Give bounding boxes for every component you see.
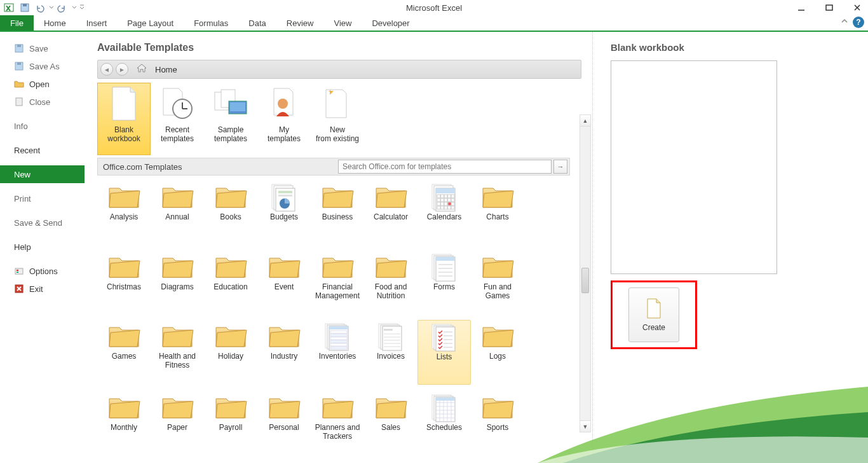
scrollbar[interactable]: ▲ ▼ — [580, 114, 591, 432]
minimize-ribbon-icon[interactable] — [840, 17, 849, 28]
scroll-up-button[interactable]: ▲ — [580, 115, 590, 127]
qat-customize-icon[interactable] — [79, 1, 85, 14]
sidebar-save[interactable]: Save — [0, 39, 85, 57]
category-tile[interactable]: Analysis — [97, 181, 151, 244]
ribbon-tab-page-layout[interactable]: Page Layout — [117, 15, 184, 31]
category-tile[interactable]: Monthly — [97, 391, 151, 455]
sidebar-save-as[interactable]: Save As — [0, 57, 85, 75]
category-tile[interactable]: Food and Nutrition — [364, 251, 417, 314]
category-tile[interactable]: Games — [97, 320, 151, 385]
svg-rect-36 — [448, 195, 451, 198]
category-tile[interactable]: Industry — [257, 320, 311, 385]
sidebar-info[interactable]: Info — [0, 117, 85, 135]
ribbon-tab-insert[interactable]: Insert — [76, 15, 118, 31]
category-tile[interactable]: Logs — [471, 320, 524, 385]
undo-icon[interactable] — [33, 1, 47, 14]
category-tile[interactable]: Schedules — [417, 391, 471, 455]
category-tile[interactable]: Financial Management — [311, 251, 364, 314]
sidebar-options[interactable]: Options — [0, 262, 85, 280]
ribbon-tab-view[interactable]: View — [323, 15, 362, 31]
undo-dropdown-icon[interactable] — [48, 1, 55, 14]
file-tab[interactable]: File — [0, 15, 34, 31]
svg-rect-69 — [330, 340, 347, 343]
sidebar-save-send[interactable]: Save & Send — [0, 214, 85, 232]
scroll-thumb[interactable] — [581, 268, 589, 293]
save-icon[interactable] — [18, 1, 32, 14]
close-doc-icon — [14, 97, 24, 107]
svg-rect-33 — [437, 195, 440, 198]
create-button[interactable]: Create — [628, 287, 679, 342]
nav-back-button[interactable]: ◄ — [100, 63, 113, 76]
category-label: Calculator — [374, 212, 408, 230]
scroll-down-button[interactable]: ▼ — [580, 420, 590, 432]
template-tile[interactable]: Recenttemplates — [151, 83, 204, 155]
folder-icon — [160, 252, 194, 280]
category-label: Sales — [381, 423, 400, 441]
category-tile[interactable]: Event — [257, 251, 311, 314]
home-icon[interactable] — [136, 63, 147, 76]
category-tile[interactable]: Personal — [257, 391, 311, 455]
tile-label: Mytemplates — [268, 125, 301, 143]
template-tile[interactable]: Mytemplates — [257, 83, 311, 155]
category-label: Diagrams — [161, 282, 193, 300]
category-tile[interactable]: Invoices — [364, 320, 417, 385]
svg-rect-45 — [444, 202, 447, 205]
svg-rect-51 — [448, 206, 451, 209]
category-tile[interactable]: Books — [204, 181, 257, 244]
search-input[interactable] — [338, 160, 552, 174]
category-tile[interactable]: Annual — [151, 181, 204, 244]
svg-rect-67 — [330, 334, 347, 336]
category-tile[interactable]: Business — [311, 181, 364, 244]
ribbon-tab-developer[interactable]: Developer — [362, 15, 419, 31]
sidebar-label: Save — [29, 44, 48, 53]
maximize-button[interactable] — [821, 1, 837, 14]
category-tile[interactable]: Budgets — [257, 181, 311, 244]
help-icon[interactable]: ? — [853, 17, 864, 28]
redo-dropdown-icon[interactable] — [71, 1, 78, 14]
sidebar-recent[interactable]: Recent — [0, 141, 85, 159]
category-tile[interactable]: Inventories — [311, 320, 364, 385]
sidebar-new[interactable]: New — [0, 165, 85, 183]
redo-icon[interactable] — [56, 1, 70, 14]
template-tile[interactable]: Newfrom existing — [311, 83, 364, 155]
sidebar-print[interactable]: Print — [0, 190, 85, 207]
folder-icon — [480, 182, 515, 210]
search-go-button[interactable]: → — [553, 160, 567, 174]
category-tile[interactable]: Education — [204, 251, 257, 314]
category-tile[interactable]: Sports — [471, 391, 524, 455]
category-label: Budgets — [270, 212, 298, 230]
template-tile[interactable]: Blankworkbook — [97, 83, 151, 155]
category-tile[interactable]: Sales — [364, 391, 417, 455]
folder-icon — [267, 252, 301, 280]
category-tile[interactable]: Calendars — [417, 181, 471, 244]
template-tile[interactable]: Sampletemplates — [204, 83, 257, 155]
svg-rect-32 — [436, 188, 455, 193]
sidebar-help[interactable]: Help — [0, 238, 85, 256]
category-tile[interactable]: Fun and Games — [471, 251, 524, 314]
ribbon-tab-review[interactable]: Review — [276, 15, 324, 31]
category-tile[interactable]: Paper — [151, 391, 204, 455]
category-tile[interactable]: Calculator — [364, 181, 417, 244]
category-tile[interactable]: Lists — [417, 320, 471, 385]
breadcrumb-home[interactable]: Home — [155, 65, 177, 74]
category-tile[interactable]: Planners and Trackers — [311, 391, 364, 455]
ribbon-tab-data[interactable]: Data — [238, 15, 276, 31]
minimize-button[interactable] — [793, 1, 810, 14]
ribbon-tab-formulas[interactable]: Formulas — [184, 15, 238, 31]
category-tile[interactable]: Health and Fitness — [151, 320, 204, 385]
category-tile[interactable]: Charts — [471, 181, 524, 244]
sidebar-open[interactable]: Open — [0, 75, 85, 93]
category-tile[interactable]: Diagrams — [151, 251, 204, 314]
category-tile[interactable]: Holiday — [204, 320, 257, 385]
close-button[interactable] — [849, 1, 865, 14]
category-tile[interactable]: Christmas — [97, 251, 151, 314]
svg-rect-47 — [451, 202, 454, 205]
category-tile[interactable]: Payroll — [204, 391, 257, 455]
window-controls — [793, 0, 865, 15]
ribbon-tab-home[interactable]: Home — [34, 15, 76, 31]
sidebar-exit[interactable]: Exit — [0, 280, 85, 298]
excel-app-icon[interactable] — [3, 1, 17, 14]
sidebar-close[interactable]: Close — [0, 93, 85, 111]
category-tile[interactable]: Forms — [417, 251, 471, 314]
nav-forward-button[interactable]: ► — [116, 63, 128, 76]
